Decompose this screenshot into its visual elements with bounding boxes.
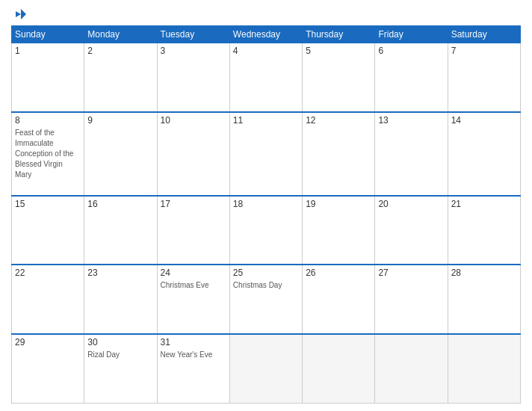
- day-number: 11: [233, 115, 299, 126]
- event-label: Christmas Day: [233, 281, 282, 289]
- calendar-cell: 13: [375, 112, 448, 196]
- calendar-cell: 28: [448, 265, 520, 334]
- day-number: 30: [87, 337, 153, 347]
- calendar-week-row: 2930Rizal Day31New Year's Eve: [12, 334, 521, 404]
- day-number: 12: [306, 115, 371, 126]
- logo: [11, 7, 29, 21]
- day-number: 25: [233, 268, 299, 278]
- calendar-cell: 2: [84, 43, 157, 113]
- calendar-cell: 8Feast of the Immaculate Conception of t…: [12, 112, 84, 196]
- day-number: 10: [161, 115, 226, 126]
- page: SundayMondayTuesdayWednesdayThursdayFrid…: [0, 0, 532, 411]
- calendar-cell: 5: [303, 43, 375, 113]
- calendar-cell: 31New Year's Eve: [157, 334, 229, 404]
- svg-marker-0: [21, 9, 26, 19]
- day-number: 5: [306, 46, 371, 56]
- day-number: 27: [378, 268, 444, 278]
- calendar-cell: 6: [375, 43, 448, 113]
- calendar-cell: 10: [157, 112, 229, 196]
- day-header-wednesday: Wednesday: [229, 26, 302, 43]
- calendar-cell: 7: [448, 43, 520, 113]
- day-header-sunday: Sunday: [12, 26, 84, 43]
- calendar-cell: 1: [12, 43, 84, 113]
- calendar-cell: 23: [84, 265, 157, 334]
- calendar-cell: 11: [229, 112, 302, 196]
- day-number: 7: [451, 46, 517, 56]
- day-number: 18: [233, 199, 299, 209]
- day-number: 14: [451, 115, 517, 126]
- svg-marker-1: [16, 11, 21, 17]
- logo-flag-icon: [14, 7, 28, 21]
- calendar-cell: 17: [157, 196, 229, 265]
- day-number: 23: [87, 268, 153, 278]
- day-number: 3: [161, 46, 226, 56]
- calendar-cell: 25Christmas Day: [229, 265, 302, 334]
- calendar-cell: 21: [448, 196, 520, 265]
- day-number: 8: [15, 115, 81, 126]
- event-label: New Year's Eve: [161, 350, 213, 359]
- day-number: 9: [87, 115, 153, 126]
- calendar-cell: 14: [448, 112, 520, 196]
- calendar-cell: 15: [12, 196, 84, 265]
- calendar-table: SundayMondayTuesdayWednesdayThursdayFrid…: [11, 25, 521, 404]
- day-number: 22: [15, 268, 81, 278]
- calendar-cell: 26: [303, 265, 375, 334]
- day-header-tuesday: Tuesday: [157, 26, 229, 43]
- calendar-week-row: 15161718192021: [12, 196, 521, 265]
- day-number: 15: [15, 199, 81, 209]
- day-number: 19: [306, 199, 371, 209]
- calendar-cell: 3: [157, 43, 229, 113]
- calendar-cell: 16: [84, 196, 157, 265]
- event-label: Christmas Eve: [161, 281, 209, 289]
- event-label: Rizal Day: [87, 350, 120, 359]
- calendar-cell: 12: [303, 112, 375, 196]
- day-number: 4: [233, 46, 299, 56]
- header: [11, 7, 521, 21]
- day-header-friday: Friday: [375, 26, 448, 43]
- day-number: 2: [87, 46, 153, 56]
- day-number: 6: [378, 46, 444, 56]
- day-number: 13: [378, 115, 444, 126]
- calendar-week-row: 8Feast of the Immaculate Conception of t…: [12, 112, 521, 196]
- day-number: 20: [378, 199, 444, 209]
- calendar-cell: 20: [375, 196, 448, 265]
- day-number: 24: [161, 268, 226, 278]
- day-number: 28: [451, 268, 517, 278]
- day-number: 31: [161, 337, 226, 347]
- day-number: 21: [451, 199, 517, 209]
- day-header-thursday: Thursday: [303, 26, 375, 43]
- day-number: 1: [15, 46, 81, 56]
- calendar-cell: 27: [375, 265, 448, 334]
- day-number: 16: [87, 199, 153, 209]
- day-header-saturday: Saturday: [448, 26, 520, 43]
- calendar-cell: 30Rizal Day: [84, 334, 157, 404]
- calendar-cell: 19: [303, 196, 375, 265]
- event-label: Feast of the Immaculate Conception of th…: [15, 129, 73, 179]
- day-number: 29: [15, 337, 81, 347]
- calendar-cell: 9: [84, 112, 157, 196]
- calendar-week-row: 1234567: [12, 43, 521, 113]
- day-number: 17: [161, 199, 226, 209]
- calendar-cell: 22: [12, 265, 84, 334]
- calendar-week-row: 222324Christmas Eve25Christmas Day262728: [12, 265, 521, 334]
- calendar-cell: 18: [229, 196, 302, 265]
- calendar-cell: [229, 334, 302, 404]
- calendar-header-row: SundayMondayTuesdayWednesdayThursdayFrid…: [12, 26, 521, 43]
- calendar-cell: 4: [229, 43, 302, 113]
- day-number: 26: [306, 268, 371, 278]
- calendar-cell: [303, 334, 375, 404]
- calendar-cell: 29: [12, 334, 84, 404]
- calendar-cell: 24Christmas Eve: [157, 265, 229, 334]
- calendar-cell: [448, 334, 520, 404]
- calendar-cell: [375, 334, 448, 404]
- day-header-monday: Monday: [84, 26, 157, 43]
